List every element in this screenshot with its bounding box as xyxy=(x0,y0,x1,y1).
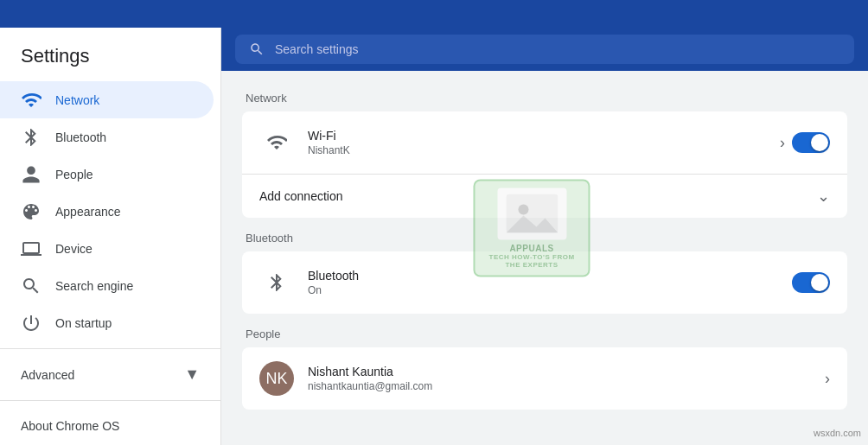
wifi-chevron-right-icon: › xyxy=(780,134,785,152)
sidebar-label-network: Network xyxy=(55,93,99,107)
content-scroll: Network Wi-Fi NishantK xyxy=(221,71,868,445)
person-icon xyxy=(21,164,41,185)
wifi-title: Wi-Fi xyxy=(308,129,780,143)
person-item[interactable]: NK Nishant Kauntia nishantkauntia@gmail.… xyxy=(242,347,847,410)
bluetooth-card: Bluetooth On xyxy=(242,251,847,314)
network-card: Wi-Fi NishantK › Add connection ⌄ xyxy=(242,111,847,218)
search-input[interactable] xyxy=(275,42,840,56)
bluetooth-status: On xyxy=(308,284,792,296)
sidebar: Settings Network Bluetooth xyxy=(0,28,221,445)
sidebar-divider xyxy=(0,348,220,349)
main-container: Settings Network Bluetooth xyxy=(0,28,868,445)
section-people: People NK Nishant Kauntia nishantkauntia… xyxy=(242,327,847,410)
add-connection-chevron-icon: ⌄ xyxy=(817,187,830,206)
add-connection-label: Add connection xyxy=(259,189,817,203)
wifi-actions: › xyxy=(780,132,830,153)
bluetooth-item-text: Bluetooth On xyxy=(308,269,792,296)
bluetooth-item-icon xyxy=(259,265,294,300)
wifi-item[interactable]: Wi-Fi NishantK › xyxy=(242,111,847,175)
person-chevron-right-icon: › xyxy=(825,370,830,388)
wifi-item-text: Wi-Fi NishantK xyxy=(308,129,780,156)
sidebar-item-search-engine[interactable]: Search engine xyxy=(0,267,214,304)
sidebar-item-network[interactable]: Network xyxy=(0,81,214,118)
svg-marker-2 xyxy=(506,216,558,233)
sidebar-label-about: About Chrome OS xyxy=(21,419,119,433)
person-actions: › xyxy=(825,370,830,388)
bluetooth-section-title: Bluetooth xyxy=(242,232,847,245)
people-card: NK Nishant Kauntia nishantkauntia@gmail.… xyxy=(242,347,847,410)
sidebar-label-device: Device xyxy=(55,242,93,256)
sidebar-label-on-startup: On startup xyxy=(55,316,112,330)
sidebar-item-people[interactable]: People xyxy=(0,156,214,193)
bluetooth-actions xyxy=(792,272,830,293)
section-network: Network Wi-Fi NishantK xyxy=(242,92,847,218)
sidebar-item-device[interactable]: Device xyxy=(0,230,214,267)
sidebar-title: Settings xyxy=(0,28,220,81)
search-input-container[interactable] xyxy=(235,35,854,64)
sidebar-item-advanced[interactable]: Advanced ▼ xyxy=(0,356,220,393)
sidebar-label-advanced: Advanced xyxy=(21,368,74,382)
person-name: Nishant Kauntia xyxy=(308,365,825,378)
sidebar-item-appearance[interactable]: Appearance xyxy=(0,193,214,230)
sidebar-item-bluetooth[interactable]: Bluetooth xyxy=(0,118,214,156)
wifi-item-icon xyxy=(259,125,294,160)
sidebar-divider-2 xyxy=(0,400,220,401)
bluetooth-icon xyxy=(21,127,41,148)
network-section-title: Network xyxy=(242,92,847,105)
person-item-text: Nishant Kauntia nishantkauntia@gmail.com xyxy=(308,365,825,392)
sidebar-label-appearance: Appearance xyxy=(55,205,121,219)
wifi-toggle[interactable] xyxy=(792,132,830,153)
sidebar-label-people: People xyxy=(55,168,93,181)
laptop-icon xyxy=(21,238,41,259)
power-icon xyxy=(21,313,41,334)
chevron-down-icon: ▼ xyxy=(184,366,200,384)
search-bar-icon xyxy=(249,41,265,57)
person-email: nishantkauntia@gmail.com xyxy=(308,380,825,392)
search-icon xyxy=(21,276,41,296)
sidebar-item-about[interactable]: About Chrome OS xyxy=(0,408,220,445)
bluetooth-title: Bluetooth xyxy=(308,269,792,283)
sidebar-label-search-engine: Search engine xyxy=(55,279,133,293)
section-bluetooth: Bluetooth Bluetooth On xyxy=(242,232,847,314)
palette-icon xyxy=(21,201,41,222)
top-bar xyxy=(0,0,868,28)
avatar: NK xyxy=(259,361,294,396)
people-section-title: People xyxy=(242,327,847,340)
sidebar-label-bluetooth: Bluetooth xyxy=(55,130,106,144)
sidebar-item-on-startup[interactable]: On startup xyxy=(0,304,214,341)
add-connection-item[interactable]: Add connection ⌄ xyxy=(242,175,847,218)
wsxdn-watermark: wsxdn.com xyxy=(814,428,861,438)
content-area: Network Wi-Fi NishantK xyxy=(221,28,868,445)
wifi-subtitle: NishantK xyxy=(308,144,780,156)
search-bar xyxy=(221,28,868,71)
wifi-icon xyxy=(21,90,41,111)
bluetooth-toggle[interactable] xyxy=(792,272,830,293)
bluetooth-item[interactable]: Bluetooth On xyxy=(242,251,847,314)
